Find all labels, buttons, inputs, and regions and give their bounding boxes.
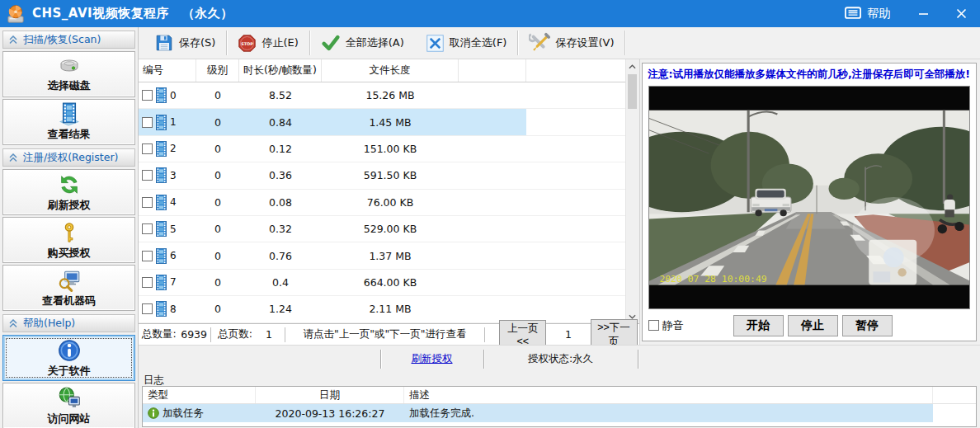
mute-checkbox[interactable]	[648, 320, 659, 331]
cell-level: 0	[196, 270, 239, 295]
film-icon	[154, 87, 168, 103]
film-icon	[154, 115, 168, 130]
row-checkbox[interactable]	[142, 303, 153, 314]
row-checkbox[interactable]	[142, 170, 153, 181]
column-header[interactable]: 时长(秒/帧数量)	[239, 59, 322, 82]
monitor-magnifier-icon	[57, 268, 82, 293]
mute-label: 静音	[662, 318, 684, 333]
column-header-empty	[459, 59, 526, 82]
video-timestamp: 2020 07 28 10:00:49	[659, 274, 766, 285]
cell-level: 0	[196, 190, 239, 215]
row-checkbox[interactable]	[142, 251, 153, 261]
table-row[interactable]: 5 0 0.32 529.00 KB	[139, 216, 625, 242]
film-icon	[154, 301, 168, 317]
sidebar-section-help[interactable]: 帮助(Help)	[2, 314, 135, 332]
help-button[interactable]: 帮助	[832, 0, 904, 27]
cell-id: 1	[170, 116, 177, 128]
sidebar-item-select-disk[interactable]: 选择磁盘	[2, 51, 135, 97]
cell-duration: 0.4	[239, 270, 322, 295]
sidebar-section-scan[interactable]: 扫描/恢复(Scan)	[2, 31, 135, 49]
green-check-icon	[321, 33, 341, 53]
scroll-up-icon[interactable]	[625, 59, 639, 73]
log-header-row: 类型 日期 描述	[143, 387, 976, 404]
window-title: CHS_AVI视频恢复程序 （永久）	[32, 6, 233, 21]
sidebar-item-view-results[interactable]: 查看结果	[2, 99, 135, 145]
deselect-all-button[interactable]: 取消全选(F)	[415, 27, 518, 59]
row-checkbox[interactable]	[142, 223, 153, 234]
car	[751, 189, 791, 216]
sidebar-item-about-software[interactable]: 关于软件	[2, 335, 135, 381]
cell-duration: 0.08	[239, 190, 322, 215]
license-bar: 刷新授权 授权状态:永久	[139, 345, 980, 373]
table-row[interactable]: 8 0 1.24 2.11 MB	[139, 296, 625, 322]
stop-sign-icon: STOP	[238, 34, 257, 53]
app-icon	[6, 4, 26, 24]
mute-control[interactable]: 静音	[648, 318, 684, 333]
table-row[interactable]: 0 0 8.52 15.26 MB	[139, 82, 625, 109]
row-checkbox[interactable]	[142, 277, 153, 288]
sidebar-item-buy-license[interactable]: 购买授权	[2, 217, 135, 263]
info-circle-icon	[57, 338, 82, 363]
row-checkbox[interactable]	[142, 197, 153, 208]
results-panel: 编号 级别 时长(秒/帧数量) 文件长度 0 0 8.52 15.26 MB	[139, 59, 640, 345]
minimize-button[interactable]	[904, 0, 942, 27]
toolbar-button-label: 保存设置(V)	[555, 35, 614, 50]
play-pause-button[interactable]: 暂停	[842, 315, 893, 336]
cell-size: 1.37 MB	[322, 242, 459, 268]
play-stop-button[interactable]: 停止	[788, 315, 838, 336]
sidebar: 扫描/恢复(Scan) 选择磁盘 查看结果 注册/授权(Register)	[0, 27, 139, 428]
close-button[interactable]	[942, 0, 980, 27]
save-settings-button[interactable]: 保存设置(V)	[518, 27, 624, 59]
column-header[interactable]: 编号	[139, 59, 196, 82]
sidebar-item-label: 选择磁盘	[48, 78, 91, 93]
row-checkbox[interactable]	[142, 117, 153, 128]
log-column-header[interactable]: 日期	[256, 387, 404, 403]
cell-id: 7	[170, 276, 177, 288]
toolbar-button-label: 全部选择(A)	[346, 35, 404, 50]
vertical-scrollbar[interactable]	[625, 59, 639, 323]
stop-button[interactable]: STOP 停止(E)	[227, 27, 309, 59]
refresh-license-link[interactable]: 刷新授权	[380, 346, 483, 373]
table-row[interactable]: 3 0 0.36 591.50 KB	[139, 162, 625, 189]
row-checkbox[interactable]	[142, 143, 153, 154]
select-all-button[interactable]: 全部选择(A)	[310, 27, 415, 59]
globe-monitor-icon	[57, 386, 82, 411]
column-header[interactable]: 级别	[196, 59, 239, 82]
table-row[interactable]: 4 0 0.08 76.00 KB	[139, 190, 625, 216]
row-checkbox[interactable]	[142, 90, 153, 101]
sidebar-item-visit-website[interactable]: 访问网站	[2, 383, 135, 428]
cell-level: 0	[196, 162, 239, 188]
table-row-selected[interactable]: 1 0 0.84 1.45 MB	[139, 109, 625, 135]
toolbar-button-label: 取消全选(F)	[450, 35, 507, 50]
sidebar-item-refresh-license[interactable]: 刷新授权	[2, 169, 135, 215]
log-column-header[interactable]: 类型	[143, 387, 256, 403]
results-table: 编号 级别 时长(秒/帧数量) 文件长度 0 0 8.52 15.26 MB	[139, 59, 625, 323]
sidebar-section-label: 扫描/恢复(Scan)	[23, 33, 101, 47]
log-section: 日志 类型 日期 描述 加载任务	[139, 373, 980, 428]
table-row[interactable]: 2 0 0.12 151.00 KB	[139, 136, 625, 162]
sidebar-item-label: 购买授权	[48, 246, 91, 261]
minimize-icon	[918, 8, 929, 19]
sidebar-section-register[interactable]: 注册/授权(Register)	[2, 148, 135, 167]
pagination-bar: 总数量: 6939 总页数: 1 请点击"上一页"或"下一页"进行查看 上一页<…	[139, 323, 639, 345]
sidebar-item-label: 查看结果	[48, 127, 91, 142]
log-table: 类型 日期 描述 加载任务 2020-09-13 16:26:27	[142, 386, 977, 427]
column-header[interactable]: 文件长度	[322, 59, 459, 82]
save-button[interactable]: 保存(S)	[144, 27, 226, 59]
table-row[interactable]: 6 0 0.76 1.37 MB	[139, 242, 625, 269]
sidebar-section-label: 注册/授权(Register)	[23, 151, 118, 165]
table-header-row: 编号 级别 时长(秒/帧数量) 文件长度	[139, 59, 625, 82]
cell-size: 151.00 KB	[322, 136, 459, 162]
log-row[interactable]: 加载任务 2020-09-13 16:26:27 加载任务完成.	[143, 404, 976, 422]
log-column-filler	[933, 387, 976, 403]
floppy-save-icon	[154, 33, 174, 53]
sidebar-item-label: 关于软件	[48, 364, 91, 379]
log-column-header[interactable]: 描述	[404, 387, 933, 403]
play-start-button[interactable]: 开始	[733, 315, 784, 336]
current-page-value: 1	[548, 324, 588, 345]
table-row[interactable]: 7 0 0.4 664.00 KB	[139, 270, 625, 296]
playback-controls: 静音 开始 停止 暂停	[648, 309, 970, 337]
sidebar-item-view-machine-code[interactable]: 查看机器码	[2, 265, 135, 311]
scrollbar-thumb[interactable]	[628, 74, 637, 109]
chevron-double-up-icon	[9, 153, 17, 162]
